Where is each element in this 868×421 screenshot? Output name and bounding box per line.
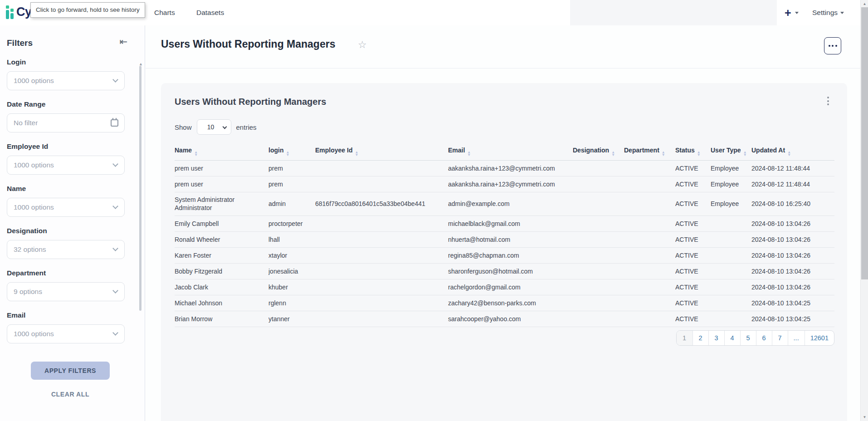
cell-designation	[573, 268, 624, 274]
cell-department	[624, 268, 675, 274]
nav-item-charts[interactable]: Charts	[154, 9, 175, 17]
table-row: Ronald Wheeler lhall nhuerta@hotmail.com…	[175, 232, 834, 248]
page-button[interactable]: 7	[772, 331, 788, 345]
column-header[interactable]: Name▲▼	[175, 147, 268, 156]
filter-label: Date Range	[7, 100, 125, 108]
table-row: prem user prem aakanksha.raina+123@cymme…	[175, 176, 834, 192]
cell-email: nhuerta@hotmail.com	[448, 232, 573, 247]
clear-all-button[interactable]: CLEAR ALL	[31, 391, 110, 398]
cell-email: admin@example.com	[448, 196, 573, 211]
chevron-down-icon	[112, 203, 118, 209]
filter-label: Email	[7, 311, 125, 319]
cell-updated-at: 2024-08-10 13:04:25	[751, 312, 834, 326]
page-scrollbar[interactable]: ▲ ▼	[860, 0, 868, 421]
cell-login: rglenn	[268, 296, 315, 310]
filter-label: Login	[7, 58, 125, 66]
column-header[interactable]: Email▲▼	[448, 147, 573, 156]
table-header-row: Name▲▼ login▲▼ Employee Id▲▼ Email▲▼ Des…	[175, 147, 834, 161]
filter-select[interactable]: 1000 options	[7, 156, 125, 175]
page-button[interactable]: 5	[740, 331, 756, 345]
chevron-down-icon	[222, 125, 227, 129]
cell-updated-at: 2024-08-10 13:04:26	[751, 280, 834, 294]
calendar-icon	[111, 119, 118, 127]
cell-email: sharonferguson@hotmail.com	[448, 264, 573, 279]
chart-kebab-menu-icon[interactable]	[825, 95, 831, 107]
cell-employee-id	[315, 300, 448, 306]
cell-status: ACTIVE	[675, 248, 711, 263]
dashboard-more-button[interactable]	[824, 37, 841, 54]
filter-list: Login 1000 options Date Range No filter …	[0, 54, 145, 343]
filter-select[interactable]: No filter	[7, 113, 125, 132]
cell-department	[624, 316, 675, 322]
cell-department	[624, 236, 675, 243]
cell-department	[624, 252, 675, 259]
filter-select[interactable]: 1000 options	[7, 324, 125, 343]
cell-user-type	[711, 236, 751, 243]
filter-placeholder: 1000 options	[14, 77, 54, 85]
page-button[interactable]: ...	[788, 331, 805, 345]
scroll-down-icon[interactable]: ▼	[861, 415, 868, 419]
sidebar-scrollbar[interactable]	[139, 66, 141, 311]
collapse-sidebar-icon[interactable]: ⇤	[119, 36, 127, 47]
settings-menu[interactable]: Settings	[812, 9, 844, 17]
new-item-button[interactable]: +	[785, 6, 799, 20]
table-row: Bobby Fitzgerald jonesalicia sharonfergu…	[175, 264, 834, 279]
page-button[interactable]: 6	[756, 331, 772, 345]
cell-status: ACTIVE	[675, 161, 711, 176]
cell-updated-at: 2024-08-10 13:04:26	[751, 248, 834, 263]
page-button[interactable]: 12601	[805, 331, 834, 345]
page-button[interactable]: 2	[692, 331, 708, 345]
users-table: Name▲▼ login▲▼ Employee Id▲▼ Email▲▼ Des…	[175, 147, 834, 327]
page-button[interactable]: 1	[677, 331, 692, 345]
filter-group: Date Range No filter	[7, 100, 125, 132]
page-size-select[interactable]: 10	[197, 119, 231, 135]
column-header[interactable]: Designation▲▼	[573, 147, 624, 156]
cell-name: Brian Morrow	[175, 312, 268, 326]
apply-filters-button[interactable]: APPLY FILTERS	[31, 362, 110, 380]
cell-name: Jacob Clark	[175, 280, 268, 294]
filter-label: Name	[7, 185, 125, 193]
scroll-up-icon[interactable]: ▲	[861, 2, 868, 6]
filter-placeholder: 1000 options	[14, 203, 54, 211]
column-header[interactable]: Updated At▲▼	[751, 147, 834, 156]
cell-login: xtaylor	[268, 248, 315, 263]
filter-label: Designation	[7, 227, 125, 235]
filter-select[interactable]: 32 options	[7, 240, 125, 259]
cell-updated-at: 2024-08-10 16:25:40	[751, 196, 834, 211]
page-button[interactable]: 4	[724, 331, 740, 345]
sort-icon: ▲▼	[467, 151, 471, 156]
cell-user-type: Employee	[711, 196, 751, 211]
cell-login: lhall	[268, 232, 315, 247]
filter-group: Department 9 options	[7, 269, 125, 301]
filter-select[interactable]: 1000 options	[7, 198, 125, 217]
cell-department	[624, 300, 675, 306]
favorite-star-icon[interactable]: ☆	[358, 39, 367, 51]
cell-status: ACTIVE	[675, 196, 711, 211]
cell-email: sarahcooper@yahoo.com	[448, 312, 573, 326]
filter-group: Designation 32 options	[7, 227, 125, 259]
chevron-down-icon	[112, 161, 118, 167]
cell-login: jonesalicia	[268, 264, 315, 279]
cell-designation	[573, 220, 624, 227]
navbar-placeholder-block	[570, 0, 777, 25]
page-header: Users Without Reporting Managers ☆	[146, 25, 860, 69]
column-header[interactable]: Employee Id▲▼	[315, 147, 448, 156]
scrollbar-thumb[interactable]	[861, 7, 868, 279]
column-header[interactable]: Status▲▼	[675, 147, 711, 156]
column-header[interactable]: User Type▲▼	[711, 147, 751, 156]
table-row: prem user prem aakanksha.raina+123@cymme…	[175, 161, 834, 176]
cell-user-type	[711, 252, 751, 259]
filter-select[interactable]: 9 options	[7, 282, 125, 301]
nav-item-datasets[interactable]: Datasets	[196, 9, 224, 17]
filter-select[interactable]: 1000 options	[7, 71, 125, 90]
page-button[interactable]: 3	[708, 331, 724, 345]
cell-name: prem user	[175, 177, 268, 191]
table-row: Emily Campbell proctorpeter michaelblack…	[175, 216, 834, 232]
cell-status: ACTIVE	[675, 264, 711, 279]
column-header[interactable]: Department▲▼	[624, 147, 675, 156]
filter-group: Login 1000 options	[7, 58, 125, 90]
table-row: Jacob Clark khuber rachelgordon@gmail.co…	[175, 279, 834, 295]
cell-department	[624, 284, 675, 290]
column-header[interactable]: login▲▼	[268, 147, 315, 156]
cell-name: prem user	[175, 161, 268, 176]
